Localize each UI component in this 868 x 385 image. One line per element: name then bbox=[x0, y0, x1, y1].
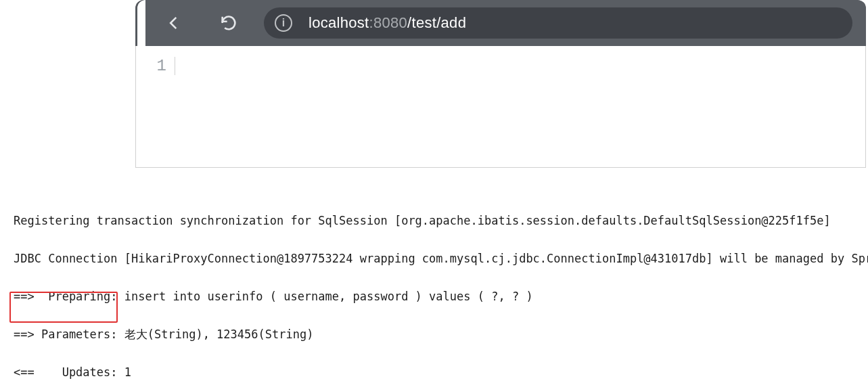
arrow-left-icon bbox=[165, 14, 184, 32]
url-text: localhost:8080/test/add bbox=[309, 14, 466, 32]
log-line: ==> Parameters: 老大(String), 123456(Strin… bbox=[14, 325, 854, 344]
back-button[interactable] bbox=[156, 4, 193, 42]
line-number: 1 bbox=[151, 57, 175, 75]
address-bar[interactable]: i localhost:8080/test/add bbox=[264, 7, 852, 39]
browser-toolbar: i localhost:8080/test/add bbox=[135, 0, 866, 46]
log-line: Registering transaction synchronization … bbox=[14, 211, 854, 230]
reload-icon bbox=[219, 14, 238, 32]
site-info-icon[interactable]: i bbox=[275, 14, 292, 32]
error-highlight-box bbox=[9, 292, 118, 323]
log-line: ==> Preparing: insert into userinfo ( us… bbox=[14, 287, 854, 306]
console-log: Registering transaction synchronization … bbox=[0, 192, 868, 385]
reload-button[interactable] bbox=[210, 4, 248, 42]
page-viewport: 1 bbox=[135, 46, 866, 168]
log-line: JDBC Connection [HikariProxyConnection@1… bbox=[14, 249, 854, 268]
log-line: <== Updates: 1 bbox=[14, 363, 854, 382]
browser-window: i localhost:8080/test/add 1 bbox=[135, 0, 866, 168]
